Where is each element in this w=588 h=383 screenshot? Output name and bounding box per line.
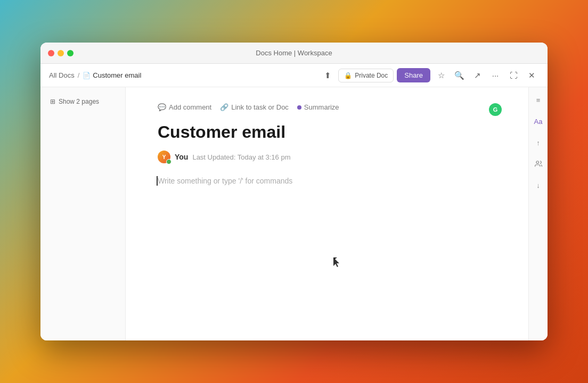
comment-icon: 💬 [158,103,166,111]
doc-title: Customer email [158,122,496,142]
online-badge [166,159,172,164]
svg-point-0 [536,161,538,164]
editor-area[interactable]: Write something or type '/' for commands [158,176,496,186]
close-icon[interactable]: ✕ [524,68,539,83]
link-task-label: Link to task or Doc [231,103,289,111]
add-comment-label: Add comment [169,103,211,111]
right-sidebar: ≡ Aa ↑ ↓ [528,87,548,340]
search-icon[interactable]: 🔍 [452,68,467,83]
more-options-icon[interactable]: ··· [488,68,503,83]
main-layout: ⊞ Show 2 pages 💬 Add comment 🔗 Link to t… [40,87,548,340]
doc-toolbar: All Docs / 📄 Customer email ⬆ 🔒 Private … [40,64,548,87]
window-title: Docs Home | Workspace [256,49,332,57]
content-area: 💬 Add comment 🔗 Link to task or Doc Summ… [126,87,548,340]
right-sidebar-toc-icon[interactable]: ≡ [532,94,545,106]
breadcrumb-current-doc: 📄 Customer email [83,71,141,79]
author-row: Y You Last Updated: Today at 3:16 pm [158,151,496,163]
lock-icon: 🔒 [344,72,352,79]
author-name: You [175,153,188,161]
doc-content-area[interactable]: 💬 Add comment 🔗 Link to task or Doc Summ… [126,87,528,340]
editor-placeholder: Write something or type '/' for commands [158,177,292,185]
private-doc-label: Private Doc [355,72,388,79]
collapse-icon[interactable]: ⛶ [506,68,521,83]
minimize-button[interactable] [58,50,64,56]
export-icon[interactable]: ↗ [470,68,485,83]
active-user-indicator: G [489,103,502,116]
app-window: Docs Home | Workspace All Docs / 📄 Custo… [40,43,548,340]
breadcrumb-separator: / [78,71,80,79]
link-task-item[interactable]: 🔗 Link to task or Doc [220,103,289,111]
traffic-lights [40,50,74,56]
link-icon: 🔗 [220,103,228,111]
last-updated: Last Updated: Today at 3:16 pm [192,153,290,161]
right-sidebar-download-icon[interactable]: ↓ [532,179,545,192]
add-comment-item[interactable]: 💬 Add comment [158,103,211,111]
titlebar: Docs Home | Workspace [40,43,548,64]
private-doc-button[interactable]: 🔒 Private Doc [338,69,394,82]
summarize-item[interactable]: Summarize [297,103,339,111]
breadcrumb-all-docs[interactable]: All Docs [49,71,75,79]
toolbar-actions: ⬆ 🔒 Private Doc Share ☆ 🔍 ↗ ··· ⛶ ✕ [320,68,539,83]
right-sidebar-collaborators-icon[interactable] [532,157,545,170]
doc-icon: 📄 [83,72,91,79]
pages-icon: ⊞ [50,98,55,105]
author-avatar: Y [158,151,170,163]
show-pages-label: Show 2 pages [59,98,99,105]
breadcrumb-current-label: Customer email [93,71,141,79]
share-button[interactable]: Share [397,68,430,82]
text-cursor [157,176,158,186]
left-sidebar: ⊞ Show 2 pages [40,87,126,340]
right-sidebar-up-icon[interactable]: ↑ [532,136,545,149]
summarize-label: Summarize [304,103,339,111]
star-icon[interactable]: ☆ [434,68,448,83]
doc-action-toolbar: 💬 Add comment 🔗 Link to task or Doc Summ… [158,103,496,111]
breadcrumb: All Docs / 📄 Customer email [49,71,316,79]
toolbar-export-icon[interactable]: ⬆ [320,68,335,83]
close-button[interactable] [48,50,54,56]
right-sidebar-font-icon[interactable]: Aa [532,115,545,128]
show-pages-button[interactable]: ⊞ Show 2 pages [47,96,102,107]
maximize-button[interactable] [67,50,74,56]
summarize-dot-icon [297,105,301,110]
